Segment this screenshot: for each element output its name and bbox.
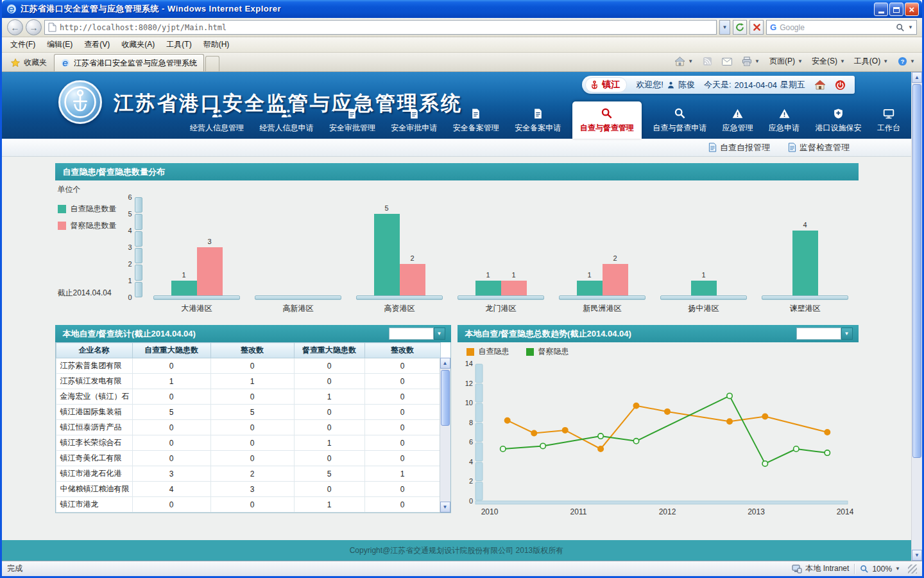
warning-icon <box>732 107 744 119</box>
table-row[interactable]: 镇江港国际集装箱5500 <box>56 405 440 420</box>
nav-item-safety-approval-mgmt[interactable]: 安全审批管理 <box>325 101 380 139</box>
menu-item[interactable]: 帮助(H) <box>198 37 235 52</box>
bar-chart-plot: 13大港港区高新港区52高资港区11龙门港区12新民洲港区1扬中港区4谏壁港区 … <box>122 184 856 317</box>
page-scrollbar[interactable]: ▲ ▼ <box>911 72 922 561</box>
svg-text:4: 4 <box>468 458 472 466</box>
scrollbar-thumb[interactable] <box>912 84 921 458</box>
bar-groups: 13大港港区高新港区52高资港区11龙门港区12新民洲港区1扬中港区4谏壁港区 <box>146 184 856 297</box>
toolbar-button[interactable]: 安全(S)▼ <box>807 53 850 69</box>
rss-feed-button[interactable] <box>698 54 717 69</box>
port-selector[interactable]: 镇江 <box>585 77 627 92</box>
nav-item-emergency-mgmt[interactable]: 应急管理 <box>718 101 758 139</box>
submenu-item[interactable]: 监督检查管理 <box>788 142 850 153</box>
forward-button[interactable]: → <box>26 19 42 35</box>
submenu-item[interactable]: 自查自报管理 <box>708 142 770 153</box>
maximize-button[interactable] <box>889 3 903 16</box>
trend-filter-select[interactable]: ▼ <box>796 328 853 340</box>
new-tab-stub[interactable] <box>205 56 219 71</box>
address-field[interactable]: http://localhost:8080/yjpt/Main.html <box>44 20 717 35</box>
table-panel-header: 本地自查/督查统计(截止2014.04.04) ▼ <box>55 325 451 342</box>
help-button[interactable]: ? ▼ <box>893 54 920 69</box>
scroll-up-icon[interactable]: ▲ <box>912 72 922 83</box>
table-row[interactable]: 江苏镇江发电有限1100 <box>56 374 440 389</box>
stat-cell: 0 <box>210 451 294 466</box>
bar-value-label: 2 <box>400 254 425 262</box>
chevron-down-icon[interactable]: ▼ <box>841 328 853 340</box>
chevron-down-icon: ▼ <box>883 58 888 64</box>
table-row[interactable]: 中储粮镇江粮油有限4300 <box>56 482 440 497</box>
chevron-down-icon[interactable]: ▼ <box>434 328 445 340</box>
bar-value-label: 2 <box>603 254 628 262</box>
toolbar-button[interactable]: 页面(P)▼ <box>765 53 807 69</box>
stats-filter-select[interactable]: ▼ <box>389 328 445 340</box>
table-row[interactable]: 镇江市港龙0010 <box>56 497 440 512</box>
bar-group: 13大港港区 <box>146 184 248 297</box>
nav-item-emergency-apply[interactable]: 应急申请 <box>764 101 804 139</box>
table-row[interactable]: 镇江奇美化工有限0000 <box>56 451 440 466</box>
search-input[interactable]: G Google ▼ <box>766 20 917 35</box>
nav-item-operator-info-apply[interactable]: 经营人信息申请 <box>255 101 318 139</box>
search-magnifier-icon[interactable] <box>896 23 905 32</box>
table-row[interactable]: 金海宏业（镇江）石0010 <box>56 389 440 405</box>
zoom-control[interactable]: 100% ▼ <box>860 565 900 574</box>
menu-item[interactable]: 收藏夹(A) <box>116 37 160 52</box>
scroll-down-icon[interactable]: ▼ <box>440 502 450 512</box>
stop-button[interactable] <box>749 20 764 35</box>
browser-tab[interactable]: 江苏省港口安全监管与应急管理系统 <box>54 54 204 71</box>
search-dropdown-icon[interactable]: ▼ <box>908 24 913 30</box>
page-icon <box>48 22 56 32</box>
menu-item[interactable]: 查看(V) <box>78 37 116 52</box>
stat-cell: 1 <box>132 374 210 389</box>
zoom-dropdown-icon[interactable]: ▼ <box>895 566 900 572</box>
favorites-button[interactable]: 收藏夹 <box>4 54 53 71</box>
nav-item-label: 自查与督查申请 <box>653 123 706 134</box>
stat-cell: 0 <box>132 358 210 374</box>
title-bar[interactable]: 江苏省港口安全监管与应急管理系统 - Windows Internet Expl… <box>2 0 922 18</box>
menu-item[interactable]: 文件(F) <box>4 37 41 52</box>
svg-text:?: ? <box>901 58 905 65</box>
table-row[interactable]: 镇江恒泰沥青产品0000 <box>56 420 440 435</box>
menu-item[interactable]: 工具(T) <box>160 37 197 52</box>
svg-text:12: 12 <box>465 380 472 387</box>
nav-item-self-supervise-apply[interactable]: 自查与督查申请 <box>648 101 711 139</box>
scroll-down-icon[interactable]: ▼ <box>912 550 922 561</box>
nav-item-operator-info-mgmt[interactable]: 经营人信息管理 <box>185 101 248 139</box>
nav-item-port-security[interactable]: 港口设施保安 <box>811 101 866 139</box>
bar-group: 1扬中港区 <box>653 184 755 297</box>
user-icon <box>667 81 675 89</box>
scroll-up-icon[interactable]: ▲ <box>440 358 450 369</box>
print-button[interactable]: ▼ <box>737 54 764 69</box>
resize-grip[interactable] <box>908 565 917 574</box>
doc-icon <box>409 107 420 119</box>
nav-item-label: 应急申请 <box>769 123 800 134</box>
close-button[interactable]: × <box>905 3 919 16</box>
scrollbar-thumb[interactable] <box>441 370 450 426</box>
table-row[interactable]: 镇江李长荣综合石0010 <box>56 435 440 451</box>
refresh-button[interactable] <box>733 20 747 35</box>
bar-chart-legend: 自查隐患数量督察隐患数量 <box>58 204 117 231</box>
nav-item-safety-approval-apply[interactable]: 安全审批申请 <box>386 101 441 139</box>
toolbar-button[interactable]: 工具(O)▼ <box>850 53 893 69</box>
table-row[interactable]: 镇江市港龙石化港3251 <box>56 466 440 482</box>
site-header: 江苏省港口安全监管与应急管理系统 镇江 欢迎您! 陈俊 <box>2 72 911 139</box>
table-scrollbar[interactable]: ▲ ▼ <box>440 358 450 512</box>
nav-item-safety-record-mgmt[interactable]: 安全备案管理 <box>449 101 504 139</box>
nav-item-self-supervise-mgmt[interactable]: 自查与督查管理 <box>572 101 642 139</box>
table-row[interactable]: 江苏索普集团有限0000 <box>56 358 440 374</box>
supervise-bar: 2 <box>603 264 628 297</box>
back-button[interactable]: ← <box>7 19 23 35</box>
welcome-bar: 镇江 欢迎您! 陈俊 今天是: 2014-04-04 星期五 <box>582 76 855 94</box>
minimize-button[interactable] <box>874 3 888 16</box>
logout-power-icon[interactable] <box>835 80 846 91</box>
email-button[interactable] <box>717 55 737 68</box>
y-axis-block <box>135 231 142 247</box>
home-button[interactable]: ▼ <box>670 54 697 69</box>
bar-chart: 单位个 自查隐患数量督察隐患数量 截止2014.04.04 13大港港区高新港区… <box>55 180 859 317</box>
nav-item-workbench[interactable]: 工作台 <box>873 101 905 139</box>
home-shortcut-icon[interactable] <box>814 80 826 90</box>
stat-cell: 5 <box>210 405 294 420</box>
menu-item[interactable]: 编辑(E) <box>41 37 78 52</box>
address-dropdown-button[interactable]: ▼ <box>719 20 730 35</box>
nav-item-safety-record-apply[interactable]: 安全备案申请 <box>510 101 565 139</box>
stat-cell: 4 <box>132 482 210 497</box>
